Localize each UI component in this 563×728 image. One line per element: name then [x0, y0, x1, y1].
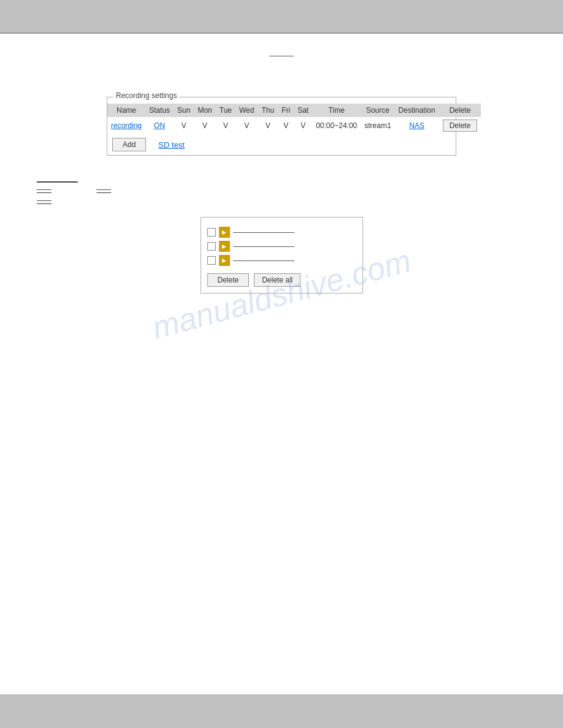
cell-source: stream1 — [361, 117, 394, 134]
recording-settings-panel: Recording settings Name Status Sun Mon T… — [107, 97, 456, 156]
cell-tue: V — [216, 117, 236, 134]
file-delete-all-button[interactable]: Delete all — [254, 273, 301, 287]
header-bar — [0, 0, 563, 34]
file-arrow-button-1[interactable] — [219, 227, 230, 238]
file-name-line-2 — [233, 246, 294, 247]
text-line-1: __________ — [37, 174, 545, 183]
file-checkbox-3[interactable] — [207, 256, 216, 265]
file-row-1 — [207, 227, 356, 238]
recording-panel-title: Recording settings — [113, 91, 179, 100]
text-line-3: —— — [37, 196, 545, 205]
col-header-fri: Fri — [278, 104, 294, 117]
col-header-time: Time — [312, 104, 361, 117]
file-name-line-1 — [233, 232, 294, 233]
col-header-sat: Sat — [294, 104, 312, 117]
file-row-2 — [207, 241, 356, 252]
top-separator-line — [269, 56, 294, 57]
col-header-status: Status — [145, 104, 174, 117]
add-button[interactable]: Add — [112, 138, 146, 151]
text-section: __________ —— —— —— — [37, 174, 545, 205]
dash-label-1: —— — [37, 185, 52, 194]
file-arrow-button-3[interactable] — [219, 255, 230, 266]
file-arrow-button-2[interactable] — [219, 241, 230, 252]
cell-thu: V — [258, 117, 278, 134]
recording-name-link[interactable]: recording — [111, 121, 142, 130]
table-row: recording ON V V V V V V V 00:00~24:00 s… — [107, 117, 481, 134]
col-header-source: Source — [361, 104, 394, 117]
col-header-thu: Thu — [258, 104, 278, 117]
col-header-sun: Sun — [174, 104, 194, 117]
cell-mon: V — [194, 117, 215, 134]
row-delete-button[interactable]: Delete — [443, 119, 478, 132]
file-row-3 — [207, 255, 356, 266]
cell-fri: V — [278, 117, 294, 134]
file-delete-button[interactable]: Delete — [207, 273, 250, 287]
dash-label-2: —— — [96, 185, 111, 194]
file-list-panel: Delete Delete all — [201, 217, 363, 294]
cell-sat: V — [294, 117, 312, 134]
file-action-buttons: Delete Delete all — [207, 271, 356, 287]
file-checkbox-2[interactable] — [207, 242, 216, 251]
col-header-delete: Delete — [439, 104, 481, 117]
footer-bar — [0, 694, 563, 728]
underline-label-1: __________ — [37, 174, 78, 183]
recording-footer: Add SD test — [107, 134, 456, 155]
dash-label-3: —— — [37, 196, 52, 205]
sd-test-link[interactable]: SD test — [158, 140, 185, 150]
text-line-2: —— —— — [37, 185, 545, 194]
cell-sun: V — [174, 117, 194, 134]
cell-time: 00:00~24:00 — [312, 117, 361, 134]
destination-nas-link[interactable]: NAS — [409, 121, 424, 130]
recording-table: Name Status Sun Mon Tue Wed Thu Fri Sat … — [107, 104, 481, 134]
col-header-mon: Mon — [194, 104, 215, 117]
col-header-name: Name — [107, 104, 145, 117]
recording-status[interactable]: ON — [154, 121, 165, 130]
col-header-wed: Wed — [236, 104, 258, 117]
file-name-line-3 — [233, 260, 294, 261]
file-checkbox-1[interactable] — [207, 228, 216, 237]
cell-wed: V — [236, 117, 258, 134]
col-header-tue: Tue — [216, 104, 236, 117]
col-header-destination: Destination — [395, 104, 439, 117]
